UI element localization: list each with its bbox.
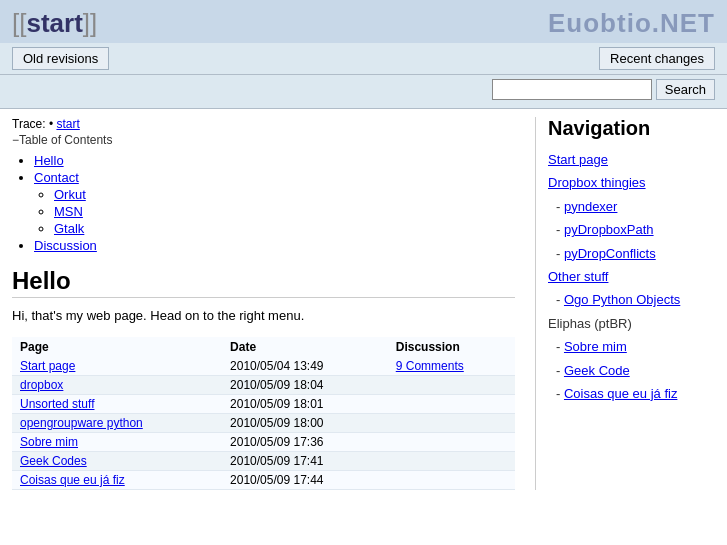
toc-link-discussion[interactable]: Discussion: [34, 238, 97, 253]
toc-link-msn[interactable]: MSN: [54, 204, 83, 219]
table-header-row: Page Date Discussion: [12, 337, 515, 357]
table-cell-page: dropbox: [12, 376, 222, 395]
nav-link[interactable]: pyDropboxPath: [564, 222, 654, 237]
discussion-link[interactable]: 9 Comments: [396, 359, 464, 373]
nav-item: - Coisas que eu já fiz: [556, 382, 715, 405]
nav-item: - Sobre mim: [556, 335, 715, 358]
nav-list: Start pageDropbox thingies- pyndexer- py…: [548, 148, 715, 405]
table-cell-page: Unsorted stuff: [12, 395, 222, 414]
breadcrumb-link[interactable]: start: [56, 117, 79, 131]
table-of-contents: Hello Contact Orkut MSN Gtalk Discussion: [12, 153, 515, 253]
nav-item: Start page: [548, 148, 715, 171]
toc-item-gtalk: Gtalk: [54, 221, 515, 236]
toc-item-msn: MSN: [54, 204, 515, 219]
search-input[interactable]: [492, 79, 652, 100]
toc-link-orkut[interactable]: Orkut: [54, 187, 86, 202]
page-link[interactable]: dropbox: [20, 378, 63, 392]
table-cell-discussion: [388, 376, 515, 395]
brand-name: Euobtio.NET: [548, 8, 715, 39]
page-link[interactable]: Sobre mim: [20, 435, 78, 449]
table-row: Geek Codes2010/05/09 17:41: [12, 452, 515, 471]
toc-label: −Table of Contents: [12, 133, 515, 147]
table-cell-page: Sobre mim: [12, 433, 222, 452]
search-bar: Search: [0, 75, 727, 109]
toc-link-hello[interactable]: Hello: [34, 153, 64, 168]
page-link[interactable]: Start page: [20, 359, 75, 373]
table-cell-discussion: [388, 433, 515, 452]
nav-item: - Geek Code: [556, 359, 715, 382]
toc-link-gtalk[interactable]: Gtalk: [54, 221, 84, 236]
nav-prefix: -: [556, 222, 564, 237]
table-cell-page: Coisas que eu já fiz: [12, 471, 222, 490]
breadcrumb-label: Trace: •: [12, 117, 53, 131]
bracket-open: [[: [12, 8, 26, 38]
nav-link[interactable]: Ogo Python Objects: [564, 292, 680, 307]
table-row: Start page2010/05/04 13:499 Comments: [12, 357, 515, 376]
recent-changes-button[interactable]: Recent changes: [599, 47, 715, 70]
col-discussion: Discussion: [388, 337, 515, 357]
nav-link[interactable]: Other stuff: [548, 269, 608, 284]
toc-item-orkut: Orkut: [54, 187, 515, 202]
table-cell-discussion: [388, 395, 515, 414]
nav-item: - pyDropboxPath: [556, 218, 715, 241]
nav-link[interactable]: Sobre mim: [564, 339, 627, 354]
table-cell-discussion: [388, 452, 515, 471]
table-row: dropbox2010/05/09 18:04: [12, 376, 515, 395]
nav-item: Dropbox thingies: [548, 171, 715, 194]
toc-link-contact[interactable]: Contact: [34, 170, 79, 185]
toc-item-contact: Contact Orkut MSN Gtalk: [34, 170, 515, 236]
table-cell-date: 2010/05/04 13:49: [222, 357, 388, 376]
old-revisions-button[interactable]: Old revisions: [12, 47, 109, 70]
nav-link[interactable]: Geek Code: [564, 363, 630, 378]
page-link[interactable]: Unsorted stuff: [20, 397, 94, 411]
breadcrumb: Trace: • start: [12, 117, 515, 131]
page-header: [[start]] Euobtio.NET: [0, 0, 727, 43]
nav-prefix: -: [556, 292, 564, 307]
nav-item: - pyDropConflicts: [556, 242, 715, 265]
toc-item-hello: Hello: [34, 153, 515, 168]
nav-link[interactable]: Dropbox thingies: [548, 175, 646, 190]
table-cell-date: 2010/05/09 17:36: [222, 433, 388, 452]
nav-prefix: -: [556, 386, 564, 401]
nav-item: - Ogo Python Objects: [556, 288, 715, 311]
nav-prefix: -: [556, 363, 564, 378]
changes-table: Page Date Discussion Start page2010/05/0…: [12, 337, 515, 490]
table-cell-date: 2010/05/09 17:41: [222, 452, 388, 471]
nav-link[interactable]: Start page: [548, 152, 608, 167]
nav-prefix: -: [556, 339, 564, 354]
nav-item: Other stuff: [548, 265, 715, 288]
nav-heading: Navigation: [548, 117, 715, 140]
page-link[interactable]: Geek Codes: [20, 454, 87, 468]
nav-prefix: -: [556, 199, 564, 214]
table-row: Sobre mim2010/05/09 17:36: [12, 433, 515, 452]
sidebar: Navigation Start pageDropbox thingies- p…: [535, 117, 715, 490]
toc-sublist-contact: Orkut MSN Gtalk: [34, 187, 515, 236]
nav-item: - pyndexer: [556, 195, 715, 218]
content-area: Trace: • start −Table of Contents Hello …: [12, 117, 535, 490]
toc-item-discussion: Discussion: [34, 238, 515, 253]
table-cell-date: 2010/05/09 18:01: [222, 395, 388, 414]
col-date: Date: [222, 337, 388, 357]
table-body: Start page2010/05/04 13:499 Commentsdrop…: [12, 357, 515, 490]
table-row: Coisas que eu já fiz2010/05/09 17:44: [12, 471, 515, 490]
table-cell-discussion: 9 Comments: [388, 357, 515, 376]
table-cell-page: Start page: [12, 357, 222, 376]
page-intro: Hi, that's my web page. Head on to the r…: [12, 308, 515, 323]
nav-link[interactable]: pyDropConflicts: [564, 246, 656, 261]
table-cell-discussion: [388, 414, 515, 433]
toolbar: Old revisions Recent changes: [0, 43, 727, 75]
page-link[interactable]: Coisas que eu já fiz: [20, 473, 125, 487]
table-cell-date: 2010/05/09 18:04: [222, 376, 388, 395]
page-heading: Hello: [12, 267, 515, 298]
table-cell-page: Geek Codes: [12, 452, 222, 471]
main-layout: Trace: • start −Table of Contents Hello …: [0, 109, 727, 498]
nav-section-label: Eliphas (ptBR): [548, 316, 632, 331]
page-title-text: start: [26, 8, 82, 38]
table-cell-page: opengroupware python: [12, 414, 222, 433]
nav-link[interactable]: pyndexer: [564, 199, 617, 214]
page-link[interactable]: opengroupware python: [20, 416, 143, 430]
nav-link[interactable]: Coisas que eu já fiz: [564, 386, 677, 401]
table-cell-date: 2010/05/09 18:00: [222, 414, 388, 433]
nav-prefix: -: [556, 246, 564, 261]
search-button[interactable]: Search: [656, 79, 715, 100]
